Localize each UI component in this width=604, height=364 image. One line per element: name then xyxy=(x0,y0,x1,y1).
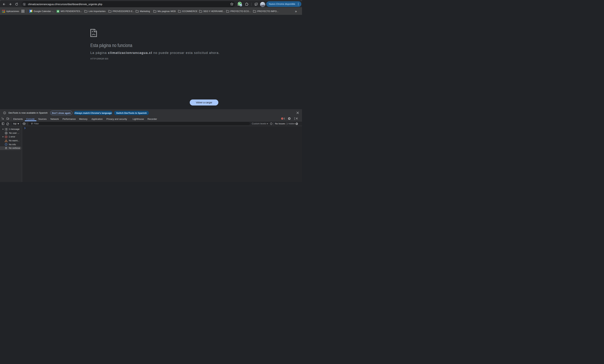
svg-text:30: 30 xyxy=(30,11,31,12)
svg-text:2: 2 xyxy=(240,4,241,6)
